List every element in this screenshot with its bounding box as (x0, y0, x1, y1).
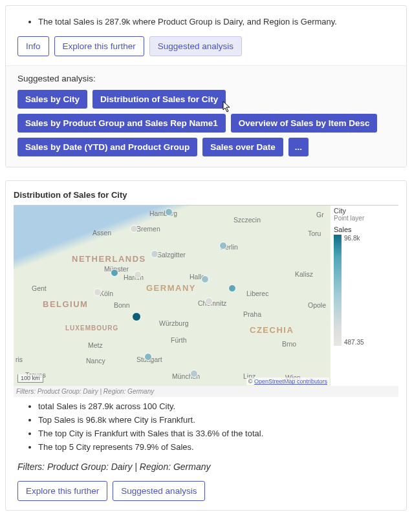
map-card: Distribution of Sales for City NETHERLAN… (5, 180, 407, 511)
insight-bullet: The total Sales is 287.9k where Product … (38, 16, 395, 28)
cursor-icon (222, 101, 232, 115)
country-label: LUXEMBOURG (65, 325, 118, 332)
map-point[interactable] (201, 275, 209, 283)
explore-further-button[interactable]: Explore this further (17, 481, 107, 502)
suggested-analysis-panel: Suggested analysis: Sales by City Distri… (6, 65, 406, 167)
suggestion-chip-sales-by-city[interactable]: Sales by City (17, 90, 87, 109)
country-label: NETHERLANDS (72, 254, 146, 264)
suggested-analysis-button[interactable]: Suggested analysis (113, 481, 205, 502)
city-label: Würzburg (159, 319, 189, 327)
map-point[interactable] (219, 242, 227, 250)
map-point[interactable] (134, 271, 142, 279)
city-label: Bremen (136, 225, 160, 233)
legend-min: 487.35 (344, 339, 364, 346)
map-viewport[interactable]: NETHERLANDS BELGIUM LUXEMBOURG GERMANY C… (14, 205, 398, 386)
suggestion-chip-sales-over-date[interactable]: Sales over Date (202, 138, 283, 156)
city-label: Hamburg (149, 209, 177, 217)
insight-bullet: The top 5 City represents 79.9% of Sales… (38, 442, 395, 454)
city-label: Kalisz (295, 270, 313, 278)
suggestion-chip-sales-date-ytd-pg[interactable]: Sales by Date (YTD) and Product Group (17, 138, 197, 156)
country-label: CZECHIA (250, 325, 294, 335)
suggestion-chip-sales-by-pg-rep[interactable]: Sales by Product Group and Sales Rep Nam… (17, 114, 226, 133)
city-label: Opole (308, 301, 326, 309)
map-point[interactable] (205, 297, 213, 305)
map-point[interactable] (151, 250, 158, 258)
map-point[interactable] (111, 269, 118, 277)
insight-bullet: Top Sales is 96.8k where City is Frankfu… (38, 414, 395, 427)
map-point[interactable] (144, 353, 152, 361)
city-label: Fürth (171, 336, 187, 344)
insight-card-1: The total Sales is 287.9k where Product … (5, 5, 407, 167)
city-label: Nancy (86, 357, 105, 365)
legend-title: City (334, 207, 398, 215)
city-label: Bonn (114, 301, 130, 309)
explore-further-button[interactable]: Explore this further (54, 36, 144, 57)
legend-subtitle: Point layer (334, 215, 398, 222)
legend-max: 96.8k (344, 235, 364, 242)
map-point[interactable] (165, 208, 173, 216)
info-button[interactable]: Info (17, 36, 49, 57)
filters-caption: Filters: Product Group: Dairy | Region: … (17, 462, 395, 472)
city-label: Salzgitter (157, 251, 186, 259)
chip-label: Distribution of Sales for City (100, 94, 218, 104)
city-label: Liberec (246, 290, 268, 297)
map-tiles[interactable]: NETHERLANDS BELGIUM LUXEMBOURG GERMANY C… (14, 206, 331, 386)
legend-measure: Sales (334, 226, 398, 233)
suggestion-chip-distribution-sales-city[interactable]: Distribution of Sales for City (92, 90, 226, 109)
city-label: Köln (100, 290, 113, 297)
insight-bullet: The top City is Frankfurt with Sales tha… (38, 428, 395, 440)
insight-bullets-top: The total Sales is 287.9k where Product … (17, 16, 395, 28)
city-label: ris (16, 356, 23, 363)
city-label: Szczecin (233, 216, 261, 224)
city-label: Metz (88, 341, 103, 349)
map-attribution: © OpenStreetMap contributors (246, 378, 329, 385)
city-label: Brno (282, 340, 296, 348)
map-filters-caption: Filters: Product Group: Dairy | Region: … (14, 386, 398, 397)
map-point[interactable] (94, 288, 102, 296)
country-label: BELGIUM (43, 299, 88, 309)
map-legend: City Point layer Sales 96.8k 487.35 (334, 207, 398, 346)
suggested-analysis-title: Suggested analysis: (17, 74, 395, 83)
map-point[interactable] (228, 284, 236, 292)
insight-bullets-map: total Sales is 287.9k across 100 City. T… (17, 401, 395, 453)
legend-gradient (334, 235, 342, 346)
city-label: Gent (32, 284, 47, 292)
insight-bullet: total Sales is 287.9k across 100 City. (38, 401, 395, 413)
suggested-analysis-button[interactable]: Suggested analysis (149, 36, 242, 57)
city-label: Assen (92, 229, 111, 237)
city-label: Gr (316, 211, 324, 218)
suggestion-chip-overview-item-desc[interactable]: Overview of Sales by Item Desc (231, 114, 378, 133)
suggestion-chip-more[interactable]: ... (288, 138, 309, 156)
map-title: Distribution of Sales for City (6, 187, 406, 205)
map-point-frankfurt[interactable] (132, 312, 141, 321)
map-point[interactable] (190, 370, 198, 378)
city-label: Praha (243, 310, 261, 318)
city-label: Toru (308, 229, 321, 237)
map-scale: 100 km (17, 374, 43, 383)
map-point[interactable] (130, 225, 138, 233)
country-label: GERMANY (146, 283, 196, 293)
osm-link[interactable]: OpenStreetMap contributors (254, 378, 327, 385)
